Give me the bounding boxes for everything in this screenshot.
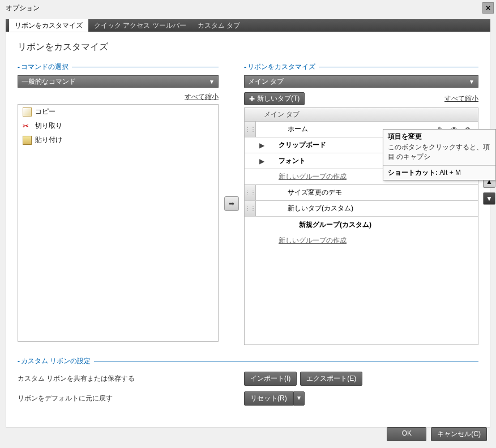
tab-custom-tab[interactable]: カスタム タブ xyxy=(192,19,246,32)
tabstrip: リボンをカスタマイズ クイック アクセス ツールバー カスタム タブ xyxy=(6,19,490,32)
collapse-all-right[interactable]: すべて縮小 xyxy=(444,94,478,104)
tree-row-new-group-custom[interactable]: 新規グループ(カスタム) xyxy=(245,217,478,232)
arrow-down-icon: ▼ xyxy=(486,195,493,203)
command-label: コピー xyxy=(35,107,55,117)
tooltip-shortcut-value: Alt + M xyxy=(438,169,461,176)
commands-dropdown-value: 一般的なコマンド xyxy=(22,77,76,87)
commands-dropdown[interactable]: 一般的なコマンド ▼ xyxy=(18,75,219,88)
settings-reset-label: リボンをデフォルトに元に戻す xyxy=(18,394,244,403)
tab-quick-access[interactable]: クイック アクセス ツールバー xyxy=(88,19,192,32)
chevron-right-icon[interactable]: ▶ xyxy=(256,157,267,165)
section-ribbon-label: リボンをカスタマイズ xyxy=(247,62,315,72)
new-tab-button[interactable]: ✚ 新しいタブ(T) xyxy=(244,92,305,105)
tooltip-shortcut-label: ショートカット: xyxy=(388,169,438,176)
tree-label: 新規グループ(カスタム) xyxy=(256,220,478,230)
collapse-all-left[interactable]: すべて縮小 xyxy=(185,92,219,102)
chevron-down-icon: ▼ xyxy=(469,79,474,85)
transfer-column: ➡ xyxy=(219,62,244,345)
tree-header: メイン タブ xyxy=(245,108,478,122)
drag-grip-icon[interactable]: ⋮⋮ xyxy=(245,185,256,200)
tooltip-title: 項目を変更 xyxy=(383,130,495,141)
ribbon-dropdown[interactable]: メイン タブ ▼ xyxy=(244,75,478,88)
commands-list[interactable]: コピー 切り取り 貼り付け xyxy=(18,104,219,342)
section-settings-label: カスタム リボンの設定 xyxy=(21,356,91,366)
tooltip: 項目を変更 このボタンをクリックすると、項目 のキャプシ ショートカット: Al… xyxy=(383,129,496,180)
chevron-right-icon[interactable]: ▶ xyxy=(256,141,267,149)
tooltip-body: このボタンをクリックすると、項目 のキャプシ xyxy=(383,141,495,165)
export-button[interactable]: エクスポート(E) xyxy=(300,372,362,386)
ribbon-column: - リボンをカスタマイズ メイン タブ ▼ ✚ 新しいタブ(T) すべて縮小 メ… xyxy=(244,62,478,345)
tree-label: 新しいタブ(カスタム) xyxy=(256,204,478,213)
commands-column: - コマンドの選択 一般的なコマンド ▼ すべて縮小 コピー 切り取り xyxy=(18,62,219,345)
tab-customize-ribbon[interactable]: リボンをカスタマイズ xyxy=(9,19,88,32)
cancel-button[interactable]: キャンセル(C) xyxy=(431,427,487,441)
tree-row-new-tab-custom[interactable]: ⋮⋮ 新しいタブ(カスタム) xyxy=(245,201,478,217)
command-item-paste[interactable]: 貼り付け xyxy=(18,133,218,147)
copy-icon xyxy=(23,107,32,117)
section-ribbon: - リボンをカスタマイズ xyxy=(244,62,478,72)
page-title: リボンをカスタマイズ xyxy=(18,41,478,53)
command-item-copy[interactable]: コピー xyxy=(18,105,218,119)
tree-row-resize-demo[interactable]: ⋮⋮ サイズ変更のデモ xyxy=(245,185,478,201)
tooltip-shortcut: ショートカット: Alt + M xyxy=(383,165,495,180)
command-label: 貼り付け xyxy=(35,135,62,145)
section-commands-label: コマンドの選択 xyxy=(21,62,69,72)
dialog-footer: OK キャンセル(C) xyxy=(387,427,487,441)
window-title: オプション xyxy=(6,3,40,13)
drag-grip-icon[interactable]: ⋮⋮ xyxy=(245,122,256,137)
add-to-ribbon-button[interactable]: ➡ xyxy=(224,196,239,211)
titlebar: オプション × xyxy=(0,0,496,16)
custom-ribbon-settings: - カスタム リボンの設定 カスタム リボンを共有または保存する インポート(I… xyxy=(18,356,478,406)
reset-button-label: リセット(R) xyxy=(244,391,293,406)
chevron-down-icon: ▼ xyxy=(209,79,215,85)
cut-icon xyxy=(23,122,32,131)
plus-icon: ✚ xyxy=(249,95,255,103)
chevron-down-icon[interactable]: ▾ xyxy=(293,391,305,406)
section-commands: - コマンドの選択 xyxy=(18,62,219,72)
reset-button[interactable]: リセット(R) ▾ xyxy=(244,391,305,406)
tree-label: サイズ変更のデモ xyxy=(256,188,478,197)
drag-grip-icon[interactable]: ⋮⋮ xyxy=(245,201,256,216)
paste-icon xyxy=(23,136,32,145)
new-group-link[interactable]: 新しいグループの作成 xyxy=(245,232,478,248)
new-tab-label: 新しいタブ(T) xyxy=(257,94,300,104)
section-settings: - カスタム リボンの設定 xyxy=(18,356,478,366)
command-item-cut[interactable]: 切り取り xyxy=(18,119,218,133)
main-pane: リボンをカスタマイズ - コマンドの選択 一般的なコマンド ▼ すべて縮小 コピ… xyxy=(6,32,490,428)
ok-button[interactable]: OK xyxy=(387,427,426,441)
ribbon-dropdown-value: メイン タブ xyxy=(248,77,284,87)
move-down-button[interactable]: ▼ xyxy=(483,192,495,205)
command-label: 切り取り xyxy=(35,121,62,131)
settings-share-label: カスタム リボンを共有または保存する xyxy=(18,374,244,384)
import-button[interactable]: インポート(I) xyxy=(244,372,297,386)
arrow-right-icon: ➡ xyxy=(229,200,234,208)
close-button[interactable]: × xyxy=(482,2,494,14)
